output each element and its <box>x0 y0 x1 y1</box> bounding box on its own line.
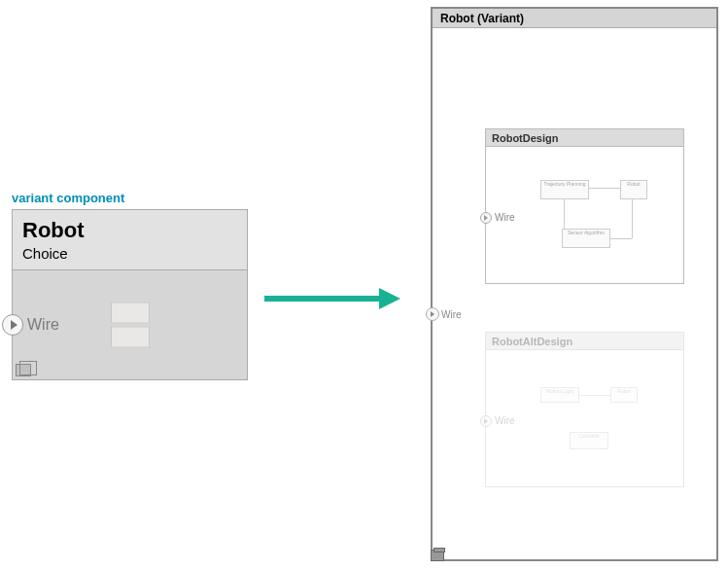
variant-thumbnails <box>111 300 150 351</box>
variant-input-port[interactable]: Wire <box>480 415 515 427</box>
variant-port-label: Wire <box>495 415 515 426</box>
variant-component-subtitle: Choice <box>22 245 237 262</box>
subsystem-badge-icon <box>16 364 31 376</box>
mini-block: Motion Logic <box>540 387 579 403</box>
navigate-up-icon[interactable] <box>431 550 444 561</box>
variant-name: RobotAltDesign <box>486 333 683 350</box>
variant-input-port[interactable]: Wire <box>480 212 515 224</box>
variant-component-input-port[interactable]: Wire <box>2 314 59 336</box>
port-icon <box>480 415 492 427</box>
variant-window[interactable]: Robot (Variant) Wire RobotDesign Wire Tr… <box>431 7 718 561</box>
mini-block: Trajectory Planning <box>540 180 589 199</box>
variant-window-title: Robot (Variant) <box>433 9 716 28</box>
variant-component-port-label: Wire <box>27 316 59 334</box>
diagram-canvas: variant component variant variant active… <box>0 0 728 570</box>
mini-block: Sensor Algorithm <box>562 229 610 248</box>
expand-arrow <box>264 291 405 304</box>
variant-component-title: Robot <box>22 218 237 243</box>
mini-block: Robot <box>610 387 638 403</box>
port-icon <box>426 307 439 321</box>
variant-component-header: Robot Choice <box>13 210 247 270</box>
variant-body: Wire Trajectory Planning Robot Sensor Al… <box>486 147 683 283</box>
mini-block: Robot <box>620 180 647 199</box>
variant-name: RobotDesign <box>486 129 683 147</box>
mini-block: Controller <box>570 432 608 449</box>
variant-window-port-label: Wire <box>441 309 462 320</box>
port-icon <box>480 212 492 224</box>
annotation-variant-component: variant component <box>12 191 124 205</box>
variant-block-inactive[interactable]: RobotAltDesign Wire Motion Logic Robot C… <box>485 332 684 487</box>
variant-thumbnail <box>111 303 150 324</box>
variant-body: Wire Motion Logic Robot Controller <box>486 350 683 486</box>
port-icon <box>2 314 23 336</box>
variant-thumbnail <box>111 327 150 348</box>
variant-component-block[interactable]: Robot Choice Wire <box>12 209 248 380</box>
variant-port-label: Wire <box>495 212 515 223</box>
variant-component-body: Wire <box>13 270 247 379</box>
variant-window-input-port[interactable]: Wire <box>426 307 462 321</box>
variant-block-active[interactable]: RobotDesign Wire Trajectory Planning Rob… <box>485 128 684 284</box>
